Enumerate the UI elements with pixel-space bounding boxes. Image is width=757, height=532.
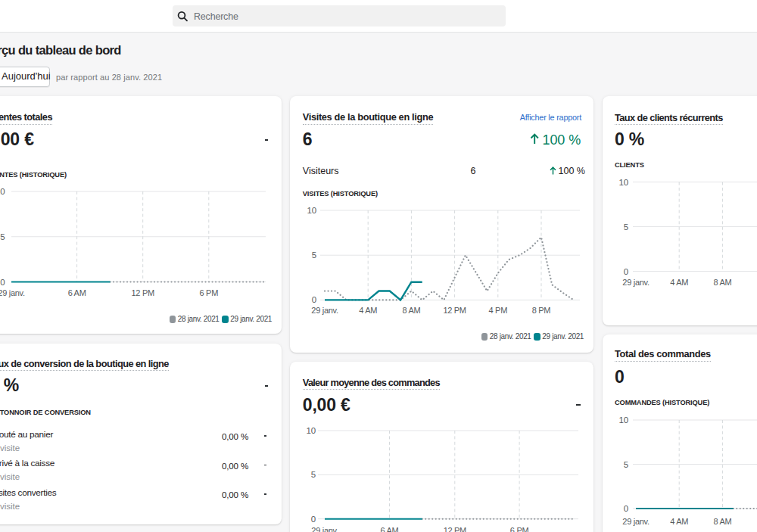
svg-text:10: 10 [307,206,316,215]
svg-text:29 janv.: 29 janv. [311,306,338,315]
svg-text:29 janv.: 29 janv. [622,517,650,526]
svg-text:8 PM: 8 PM [532,306,551,315]
svg-text:4 AM: 4 AM [670,278,688,287]
svg-text:0: 0 [624,504,628,513]
svg-text:5: 5 [312,250,316,260]
svg-text:6 PM: 6 PM [200,288,219,297]
svg-text:6 AM: 6 AM [381,526,399,532]
svg-text:12 PM: 12 PM [444,526,466,532]
svg-text:29 janv.: 29 janv. [0,288,25,297]
svg-text:5: 5 [311,470,316,479]
svg-text:4 AM: 4 AM [670,517,688,526]
svg-text:0: 0 [312,295,316,304]
svg-text:10: 10 [307,426,316,435]
svg-text:4 AM: 4 AM [359,306,377,315]
svg-text:5: 5 [624,460,628,469]
svg-text:29 janv.: 29 janv. [311,526,338,532]
svg-text:6 AM: 6 AM [68,288,86,297]
svg-text:8 AM: 8 AM [713,278,731,287]
svg-text:4 PM: 4 PM [489,306,508,315]
svg-text:8 AM: 8 AM [402,306,420,315]
svg-text:10: 10 [619,178,628,187]
svg-text:0: 0 [0,278,5,287]
svg-text:0: 0 [624,267,628,276]
svg-text:12 PM: 12 PM [132,288,154,297]
svg-text:5: 5 [624,222,628,232]
svg-text:8 AM: 8 AM [713,517,731,526]
svg-text:12 PM: 12 PM [443,306,466,315]
svg-text:5: 5 [0,232,5,241]
svg-text:10: 10 [619,415,628,425]
svg-text:29 janv.: 29 janv. [622,278,650,287]
svg-text:0: 0 [311,515,316,524]
svg-text:6 PM: 6 PM [510,526,529,532]
svg-text:10: 10 [0,187,5,196]
